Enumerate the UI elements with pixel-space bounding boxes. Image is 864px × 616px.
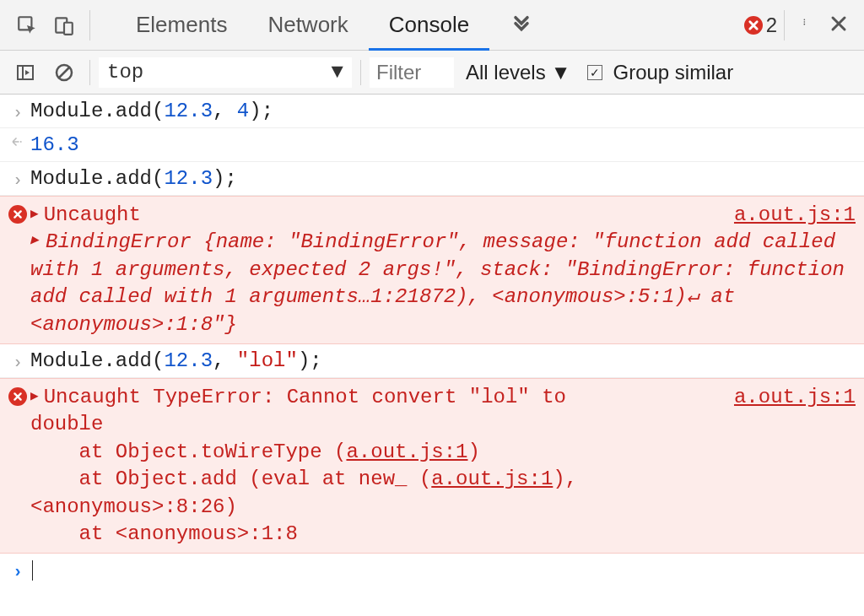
- tab-elements[interactable]: Elements: [116, 0, 247, 50]
- error-source-link[interactable]: a.out.js:1: [734, 202, 856, 229]
- code-number: 12.3: [164, 100, 213, 122]
- svg-point-10: [20, 141, 22, 143]
- subbar-divider: [360, 60, 361, 85]
- svg-point-4: [804, 21, 806, 23]
- prompt-chevron-icon: ›: [5, 559, 30, 581]
- dropdown-icon: ▼: [332, 61, 343, 84]
- toolbar-divider: [89, 10, 90, 41]
- tab-console[interactable]: Console: [369, 0, 489, 50]
- inspect-element-icon[interactable]: [8, 7, 46, 44]
- console-sidebar-toggle-icon[interactable]: [8, 56, 42, 89]
- code-text: Module.add(: [30, 100, 164, 122]
- log-levels-selector[interactable]: All levels ▼: [466, 61, 570, 84]
- stack-source-link[interactable]: a.out.js:1: [431, 467, 553, 490]
- stack-line: at Object.toWireType (a.out.js:1): [30, 439, 856, 466]
- dropdown-icon: ▼: [551, 61, 571, 84]
- subbar-divider: [89, 60, 90, 85]
- stack-line: at <anonymous>:1:8: [30, 521, 856, 548]
- stack-text: ),: [553, 467, 577, 490]
- stack-text: at Object.toWireType (: [30, 440, 346, 463]
- error-count-value: 2: [766, 14, 777, 37]
- device-toggle-icon[interactable]: [46, 7, 83, 44]
- console-error-row: ▶Uncaught a.out.js:1 ▶BindingError {name…: [0, 196, 864, 344]
- svg-point-5: [804, 24, 806, 25]
- svg-point-3: [804, 19, 806, 21]
- input-chevron-icon: ›: [5, 349, 30, 372]
- code-number: 12.3: [164, 167, 213, 190]
- panel-tabs: Elements Network Console: [116, 0, 489, 50]
- levels-label: All levels: [466, 61, 546, 84]
- code-number: 12.3: [164, 349, 213, 372]
- error-icon: [5, 384, 30, 406]
- error-object-summary: BindingError {name: "BindingError", mess…: [30, 230, 845, 335]
- code-text: );: [249, 100, 273, 122]
- tab-network[interactable]: Network: [247, 0, 368, 50]
- return-arrow-icon: [5, 133, 30, 152]
- clear-console-icon[interactable]: [47, 56, 81, 89]
- tabs-overflow-icon[interactable]: [503, 0, 540, 50]
- console-code[interactable]: Module.add(12.3, 4);: [30, 100, 856, 122]
- stack-line: <anonymous>:8:26): [30, 494, 856, 521]
- error-badge-icon: [744, 16, 763, 35]
- code-text: ,: [213, 349, 237, 372]
- code-text: Module.add(: [30, 349, 164, 372]
- console-code[interactable]: Module.add(12.3);: [30, 167, 856, 190]
- code-text: );: [298, 349, 322, 372]
- devtools-main-toolbar: Elements Network Console 2: [0, 0, 864, 51]
- stack-text: ): [468, 440, 480, 463]
- return-value[interactable]: 16.3: [30, 133, 856, 156]
- group-similar-label: Group similar: [613, 61, 733, 84]
- console-prompt-row[interactable]: ›: [0, 554, 864, 586]
- error-content[interactable]: ▶Uncaught TypeError: Cannot convert "lol…: [30, 384, 856, 548]
- text-caret: [32, 560, 33, 581]
- svg-rect-2: [64, 22, 73, 34]
- console-filter-input[interactable]: [370, 57, 454, 88]
- console-input-row: › Module.add(12.3, "lol");: [0, 344, 864, 378]
- stack-text: at Object.add (eval at new_ (: [30, 467, 431, 490]
- expand-triangle-icon[interactable]: ▶: [30, 388, 39, 407]
- stack-source-link[interactable]: a.out.js:1: [346, 440, 467, 463]
- code-string: "lol": [237, 349, 298, 372]
- error-source-link[interactable]: a.out.js:1: [734, 384, 856, 411]
- console-error-row: ▶Uncaught TypeError: Cannot convert "lol…: [0, 378, 864, 554]
- code-number: 4: [237, 100, 249, 122]
- stack-line: at Object.add (eval at new_ (a.out.js:1)…: [30, 466, 856, 493]
- error-line: double: [30, 411, 856, 438]
- console-input-row: › Module.add(12.3, 4);: [0, 95, 864, 128]
- console-code[interactable]: Module.add(12.3, "lol");: [30, 349, 856, 372]
- error-headline: Uncaught: [44, 203, 141, 226]
- console-output: › Module.add(12.3, 4); 16.3 › Module.add…: [0, 95, 864, 586]
- execution-context-selector[interactable]: top ▼: [99, 57, 352, 88]
- error-headline: Uncaught TypeError: Cannot convert "lol"…: [44, 386, 566, 408]
- input-chevron-icon: ›: [5, 167, 30, 190]
- code-text: Module.add(: [30, 167, 164, 190]
- expand-triangle-icon[interactable]: ▶: [30, 206, 39, 224]
- error-icon: [5, 202, 30, 224]
- console-subtoolbar: top ▼ All levels ▼ ✓ Group similar: [0, 51, 864, 95]
- code-text: ,: [213, 100, 237, 122]
- console-input-row: › Module.add(12.3);: [0, 162, 864, 196]
- group-similar-checkbox[interactable]: ✓: [587, 65, 602, 80]
- error-content[interactable]: ▶Uncaught a.out.js:1 ▶BindingError {name…: [30, 202, 856, 338]
- context-value: top: [107, 61, 143, 84]
- toolbar-divider: [784, 10, 785, 41]
- kebab-menu-icon[interactable]: [791, 11, 822, 39]
- code-text: );: [213, 167, 237, 190]
- svg-line-9: [59, 68, 69, 78]
- expand-triangle-icon[interactable]: ▶: [30, 232, 46, 251]
- error-count-indicator[interactable]: 2: [744, 14, 777, 37]
- console-prompt-input[interactable]: [30, 559, 856, 581]
- console-return-row: 16.3: [0, 128, 864, 162]
- input-chevron-icon: ›: [5, 100, 30, 122]
- close-devtools-icon[interactable]: [822, 14, 856, 37]
